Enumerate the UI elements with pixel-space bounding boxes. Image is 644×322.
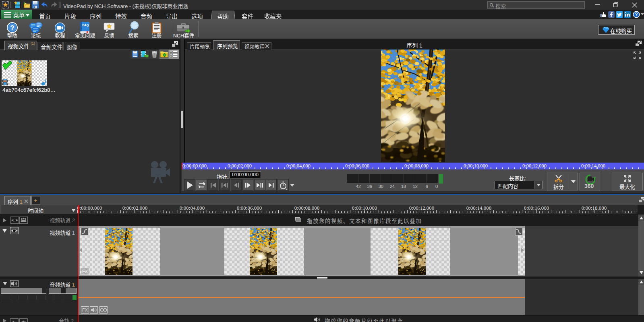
svg-text:?: ? (10, 24, 14, 32)
svg-text:FAQ: FAQ (82, 23, 89, 27)
svg-text:?: ? (635, 12, 638, 17)
